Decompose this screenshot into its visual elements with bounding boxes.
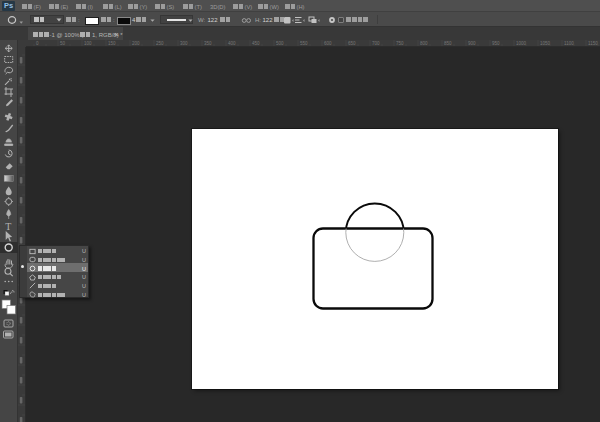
- svg-text:0: 0: [36, 41, 39, 46]
- svg-text:800: 800: [420, 41, 428, 46]
- svg-text:50: 50: [60, 41, 66, 46]
- svg-text:500: 500: [276, 41, 284, 46]
- svg-text:750: 750: [396, 41, 404, 46]
- svg-text:350: 350: [204, 41, 212, 46]
- svg-text:200: 200: [132, 41, 140, 46]
- svg-text:900: 900: [468, 41, 476, 46]
- svg-text:650: 650: [348, 41, 356, 46]
- svg-text:1050: 1050: [540, 41, 551, 46]
- svg-text:950: 950: [492, 41, 500, 46]
- svg-text:450: 450: [252, 41, 260, 46]
- svg-text:400: 400: [228, 41, 236, 46]
- svg-text:300: 300: [180, 41, 188, 46]
- svg-text:T: T: [5, 221, 11, 232]
- svg-text:850: 850: [444, 41, 452, 46]
- svg-text:1100: 1100: [564, 41, 574, 46]
- svg-text:700: 700: [372, 41, 380, 46]
- svg-text:250: 250: [156, 41, 164, 46]
- svg-text:100: 100: [84, 41, 92, 46]
- svg-text:1000: 1000: [516, 41, 527, 46]
- svg-text:1150: 1150: [588, 41, 598, 46]
- svg-text:600: 600: [324, 41, 332, 46]
- svg-text:550: 550: [300, 41, 308, 46]
- svg-text:150: 150: [108, 41, 116, 46]
